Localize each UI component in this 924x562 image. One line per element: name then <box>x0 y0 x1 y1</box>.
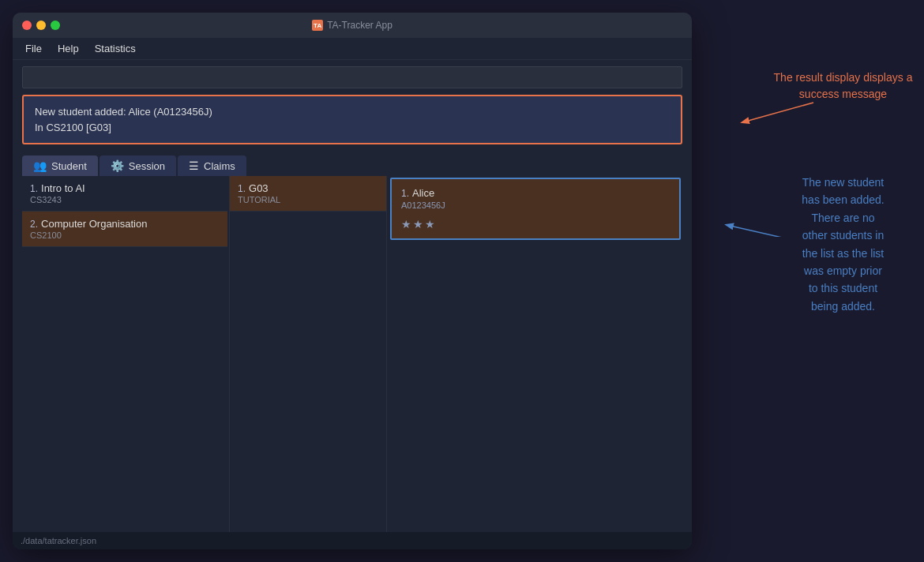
student-annotation-text: The new student has been added. There ar… <box>770 174 916 315</box>
app-title: TA-Tracker App <box>327 20 393 31</box>
session-1-number: 1. <box>238 183 246 194</box>
session-item-1[interactable]: 1. G03 TUTORIAL <box>230 176 386 212</box>
module-1-name: Intro to AI <box>41 182 85 194</box>
annotation-arrows <box>679 0 924 237</box>
result-line2: In CS2100 [G03] <box>35 120 670 136</box>
module-2-name: Computer Organisation <box>41 218 147 230</box>
student-tab-label: Student <box>51 160 87 172</box>
command-input[interactable] <box>22 66 682 88</box>
menu-bar: File Help Statistics <box>13 38 692 60</box>
svg-line-0 <box>742 103 813 122</box>
result-display: New student added: Alice (A0123456J) In … <box>22 95 682 144</box>
session-1-type: TUTORIAL <box>238 195 378 204</box>
module-item-2[interactable]: 2. Computer Organisation CS2100 <box>22 212 227 247</box>
claims-tab-label: Claims <box>204 160 235 172</box>
svg-line-1 <box>727 225 813 237</box>
module-1-number: 1. <box>30 183 38 194</box>
tab-session[interactable]: ⚙️ Session <box>100 155 176 176</box>
app-icon: TA <box>312 20 323 31</box>
tab-student[interactable]: 👥 Student <box>22 155 98 176</box>
result-annotation-text: The result display displays a success me… <box>774 71 913 100</box>
module-1-code: CS3243 <box>30 195 220 204</box>
module-item-1[interactable]: 1. Intro to AI CS3243 <box>22 176 227 212</box>
module-2-code: CS2100 <box>30 230 220 240</box>
students-panel: 1. Alice A0123456J ★★★ <box>389 176 682 532</box>
student-1-stars: ★★★ <box>401 218 670 230</box>
maximize-button[interactable] <box>51 21 60 30</box>
student-annotation: The new student has been added. There ar… <box>770 174 916 315</box>
sessions-panel: 1. G03 TUTORIAL <box>229 176 387 532</box>
session-tab-icon: ⚙️ <box>111 159 124 172</box>
claims-tab-icon: ☰ <box>189 159 199 172</box>
menu-statistics[interactable]: Statistics <box>95 43 136 54</box>
student-item-1[interactable]: 1. Alice A0123456J ★★★ <box>390 178 681 240</box>
student-1-number: 1. <box>401 188 409 199</box>
result-annotation: The result display displays a success me… <box>770 69 916 103</box>
result-line1: New student added: Alice (A0123456J) <box>35 104 670 120</box>
status-bar: ./data/tatracker.json <box>13 532 692 549</box>
student-tab-icon: 👥 <box>33 159 47 172</box>
status-text: ./data/tatracker.json <box>21 536 96 545</box>
command-input-container <box>13 60 692 95</box>
minimize-button[interactable] <box>36 21 46 30</box>
student-1-name: Alice <box>412 187 434 199</box>
tab-claims[interactable]: ☰ Claims <box>178 155 246 176</box>
close-button[interactable] <box>22 21 32 30</box>
tabs-bar: 👥 Student ⚙️ Session ☰ Claims <box>13 151 692 176</box>
session-tab-label: Session <box>129 160 165 172</box>
session-1-name: G03 <box>249 182 269 194</box>
modules-panel: 1. Intro to AI CS3243 2. Computer Organi… <box>22 176 227 532</box>
menu-help[interactable]: Help <box>58 43 79 54</box>
title-bar: TA TA-Tracker App <box>13 13 692 38</box>
traffic-lights <box>22 21 60 30</box>
content-panels: 1. Intro to AI CS3243 2. Computer Organi… <box>22 176 682 532</box>
student-1-id: A0123456J <box>401 200 670 210</box>
title-bar-text: TA TA-Tracker App <box>312 20 393 31</box>
module-2-number: 2. <box>30 219 38 230</box>
menu-file[interactable]: File <box>25 43 42 54</box>
app-window: TA TA-Tracker App File Help Statistics N… <box>13 13 692 549</box>
